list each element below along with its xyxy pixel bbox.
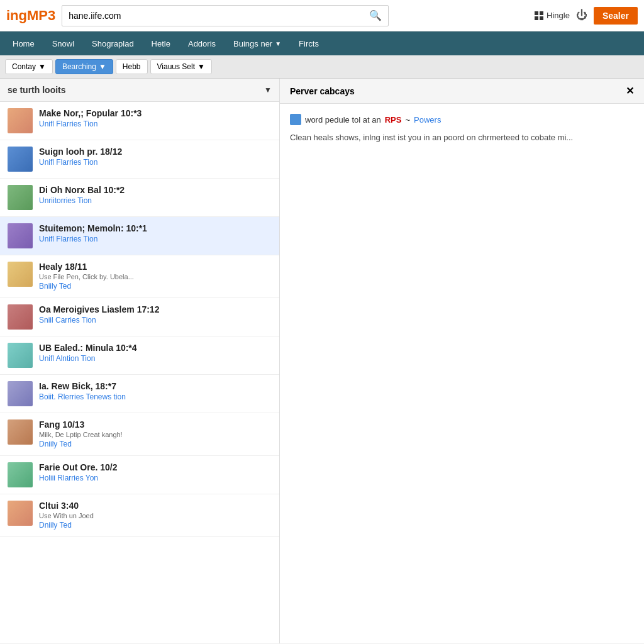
item-title: Farie Out Ore. 10/2 <box>39 462 272 472</box>
item-content: UB Ealed.: Minula 10:*4 Unifl Alntion Ti… <box>39 343 272 364</box>
main-layout: se turth looits ▼ Make Nor,; Fopular 10:… <box>0 79 644 643</box>
header-right: Hingle ⏻ Sealer <box>535 7 638 25</box>
item-content: Fang 10/13 Milk, De Lptip Creat kangh! D… <box>39 419 272 449</box>
rps-line: word pedule tol at an RPS ~ Powers <box>290 114 634 125</box>
power-button[interactable]: ⏻ <box>576 9 587 22</box>
close-icon[interactable]: ✕ <box>626 85 634 97</box>
right-panel-header: Perver cabcays ✕ <box>280 79 644 104</box>
search-button[interactable]: 🔍 <box>363 9 388 21</box>
item-title: Di Oh Norx Bal 10:*2 <box>39 185 272 195</box>
chevron-down-icon[interactable]: ▼ <box>264 86 272 94</box>
right-description: Clean heals shows, inlng inst ist you in… <box>290 131 634 144</box>
item-subtitle: Sniil Carries Tion <box>39 316 272 325</box>
item-title: Oa Meroigives Liaslem 17:12 <box>39 304 272 314</box>
item-title: UB Ealed.: Minula 10:*4 <box>39 343 272 353</box>
chevron-down-icon: ▼ <box>99 62 106 71</box>
list-item[interactable]: Make Nor,; Fopular 10:*3 Unifl Flarries … <box>0 102 279 140</box>
item-thumbnail <box>8 501 33 526</box>
left-panel-header: se turth looits ▼ <box>0 79 279 102</box>
item-title: Make Nor,; Fopular 10:*3 <box>39 108 272 118</box>
nav-home[interactable]: Home <box>4 31 43 55</box>
left-panel-title: se turth looits <box>8 85 66 95</box>
hingle-button[interactable]: Hingle <box>535 11 570 20</box>
item-thumbnail <box>8 419 33 445</box>
item-thumbnail <box>8 381 33 406</box>
nav-shograplad[interactable]: Shograplad <box>83 31 143 55</box>
item-content: Cltui 3:40 Use With un Joed Dniily Ted <box>39 501 272 530</box>
item-desc: Milk, De Lptip Creat kangh! <box>39 431 272 438</box>
list-item[interactable]: Farie Out Ore. 10/2 Holiii Rlarries Yon <box>0 456 279 494</box>
nav-fircts[interactable]: Fircts <box>290 31 328 55</box>
list-item[interactable]: Oa Meroigives Liaslem 17:12 Sniil Carrie… <box>0 298 279 336</box>
item-subtitle: Holiii Rlarries Yon <box>39 474 272 482</box>
item-subtitle: Boiit. Rlerries Tenews tion <box>39 392 272 401</box>
list-item[interactable]: Di Oh Norx Bal 10:*2 Unriitorries Tion <box>0 179 279 217</box>
item-content: Farie Out Ore. 10/2 Holiii Rlarries Yon <box>39 462 272 483</box>
item-subtitle: Unifl Flarries Tion <box>39 235 272 243</box>
list-item[interactable]: Fang 10/13 Milk, De Lptip Creat kangh! D… <box>0 413 279 456</box>
right-panel: Perver cabcays ✕ word pedule tol at an R… <box>280 79 644 643</box>
item-desc: Use File Pen, Click by. Ubela... <box>39 273 272 280</box>
item-title: Cltui 3:40 <box>39 501 272 511</box>
list-item[interactable]: Suign looh pr. 18/12 Unifl Flarries Tion <box>0 140 279 179</box>
right-panel-content: word pedule tol at an RPS ~ Powers Clean… <box>280 104 644 154</box>
item-title: Suign looh pr. 18/12 <box>39 147 272 157</box>
item-content: Suign looh pr. 18/12 Unifl Flarries Tion <box>39 147 272 167</box>
rps-icon <box>290 114 301 125</box>
hebb-button[interactable]: Hebb <box>116 59 148 74</box>
item-content: Di Oh Norx Bal 10:*2 Unriitorries Tion <box>39 185 272 206</box>
item-thumbnail <box>8 262 33 287</box>
viauus-selt-button[interactable]: Viauus Selt ▼ <box>150 59 212 74</box>
rps-prefix: word pedule tol at an <box>305 115 381 125</box>
logo-mp3: MP3 <box>27 8 55 23</box>
nav-buingsner[interactable]: Buings ner ▼ <box>225 31 290 55</box>
item-content: Make Nor,; Fopular 10:*3 Unifl Flarries … <box>39 108 272 129</box>
item-subtitle: Dniily Ted <box>39 440 272 448</box>
header: ingMP3 🔍 Hingle ⏻ Sealer <box>0 0 644 31</box>
toolbar: Contay ▼ Bearching ▼ Hebb Viauus Selt ▼ <box>0 55 644 79</box>
item-title: Ia. Rew Bick, 18:*7 <box>39 381 272 391</box>
hingle-label: Hingle <box>547 11 570 20</box>
item-subtitle: Unifl Alntion Tion <box>39 354 272 363</box>
chevron-down-icon: ▼ <box>38 62 46 71</box>
nav-hetle[interactable]: Hetle <box>143 31 179 55</box>
right-panel-title: Perver cabcays <box>290 86 355 96</box>
item-thumbnail <box>8 185 33 210</box>
contay-button[interactable]: Contay ▼ <box>5 59 53 74</box>
item-thumbnail <box>8 108 33 133</box>
logo-prefix: ing <box>6 8 27 23</box>
item-content: Oa Meroigives Liaslem 17:12 Sniil Carrie… <box>39 304 272 325</box>
list-item[interactable]: Stuitemon; Memoln: 10:*1 Unifl Flarries … <box>0 217 279 255</box>
item-title: Fang 10/13 <box>39 419 272 430</box>
list-item[interactable]: UB Ealed.: Minula 10:*4 Unifl Alntion Ti… <box>0 336 279 375</box>
nav-snowl[interactable]: Snowl <box>43 31 83 55</box>
search-bar: 🔍 <box>62 5 389 26</box>
item-title: Healy 18/11 <box>39 262 272 272</box>
item-subtitle: Unriitorries Tion <box>39 196 272 205</box>
list-item[interactable]: Cltui 3:40 Use With un Joed Dniily Ted <box>0 494 279 537</box>
list-item[interactable]: Healy 18/11 Use File Pen, Click by. Ubel… <box>0 255 279 298</box>
item-thumbnail <box>8 223 33 248</box>
search-input[interactable] <box>62 11 363 21</box>
item-content: Healy 18/11 Use File Pen, Click by. Ubel… <box>39 262 272 291</box>
powers-link[interactable]: Powers <box>414 115 441 125</box>
navbar: Home Snowl Shograplad Hetle Addoris Buin… <box>0 31 644 55</box>
item-content: Stuitemon; Memoln: 10:*1 Unifl Flarries … <box>39 223 272 244</box>
rps-link[interactable]: RPS <box>385 115 402 125</box>
item-subtitle: Bniily Ted <box>39 282 272 291</box>
item-title: Stuitemon; Memoln: 10:*1 <box>39 223 272 233</box>
item-thumbnail <box>8 304 33 330</box>
sealer-button[interactable]: Sealer <box>594 7 638 25</box>
left-panel: se turth looits ▼ Make Nor,; Fopular 10:… <box>0 79 280 643</box>
list-item[interactable]: Ia. Rew Bick, 18:*7 Boiit. Rlerries Tene… <box>0 375 279 413</box>
chevron-down-icon: ▼ <box>275 40 281 47</box>
item-subtitle: Unifl Flarries Tion <box>39 119 272 128</box>
item-thumbnail <box>8 343 33 368</box>
chevron-down-icon: ▼ <box>197 62 205 71</box>
nav-addoris[interactable]: Addoris <box>179 31 225 55</box>
item-content: Ia. Rew Bick, 18:*7 Boiit. Rlerries Tene… <box>39 381 272 402</box>
item-thumbnail <box>8 147 33 172</box>
item-desc: Use With un Joed <box>39 512 272 519</box>
item-subtitle: Dniily Ted <box>39 521 272 530</box>
bearching-button[interactable]: Bearching ▼ <box>55 59 113 74</box>
